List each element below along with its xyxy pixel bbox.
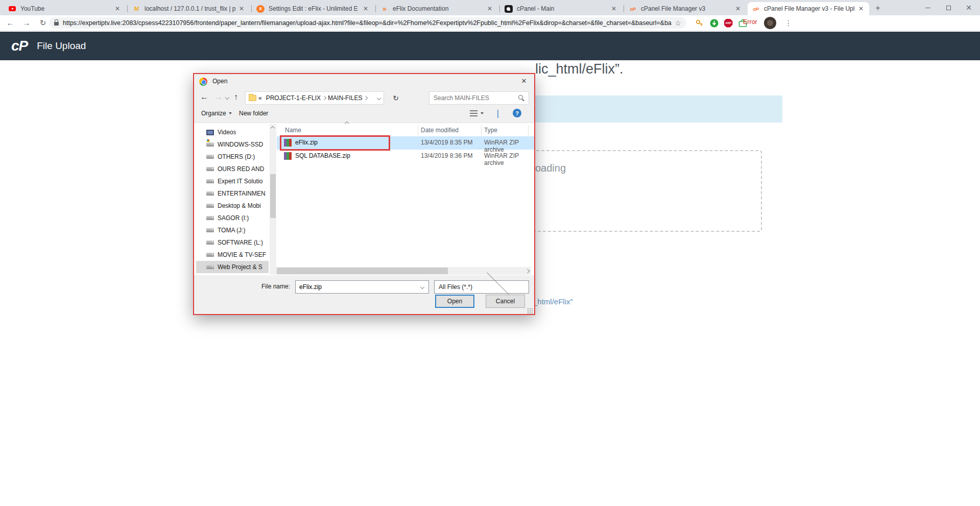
sidebar-item-sagor-i[interactable]: SAGOR (I:) (196, 212, 269, 224)
cpanel-logo: cP (11, 38, 28, 54)
back-to-directory-link-fragment[interactable]: _html/eFlix” (533, 297, 573, 306)
dialog-content: Videos WINDOWS-SSD OTHERS (D:) OURS RED … (194, 123, 534, 275)
sidebar-item-videos[interactable]: Videos (196, 126, 269, 138)
padlock-icon[interactable] (54, 22, 59, 26)
column-header-date-modified[interactable]: Date modified (421, 127, 459, 134)
column-divider[interactable] (418, 125, 418, 135)
download-manager-extension-icon[interactable] (709, 18, 719, 28)
browser-forward-button[interactable]: → (20, 17, 33, 29)
tab-close-icon[interactable]: ✕ (734, 5, 742, 13)
drive-icon (206, 167, 214, 171)
file-name-combobox[interactable] (295, 280, 429, 294)
browser-menu-icon[interactable]: ⋮ (782, 17, 795, 29)
tab-separator (624, 5, 624, 12)
tab-youtube[interactable]: YouTube ✕ (4, 2, 126, 15)
profile-avatar[interactable] (764, 17, 776, 29)
sidebar-item-desktop-mobile[interactable]: Desktop & Mobi (196, 200, 269, 212)
column-header-type[interactable]: Type (484, 127, 497, 134)
sidebar-item-movie-tv[interactable]: MOVIE & TV-SEF (196, 249, 269, 261)
file-row-sql-database-zip[interactable]: SQL DATABASE.zip 13/4/2019 8:36 PM WinRA… (277, 150, 534, 163)
browser-reload-button[interactable]: ↻ (37, 17, 49, 29)
upload-heading-fragment: lic_html/eFlix”. (535, 61, 624, 77)
bookmark-star-icon[interactable]: ☆ (675, 19, 681, 27)
window-maximize-button[interactable] (938, 0, 959, 15)
tab-separator (499, 5, 500, 12)
browser-back-button[interactable]: ← (4, 17, 16, 29)
sidebar-item-entertainment[interactable]: ENTERTAINMEN (196, 187, 269, 200)
window-close-button[interactable]: ✕ (959, 0, 979, 15)
help-button[interactable]: ? (513, 109, 521, 117)
adblock-plus-extension-icon[interactable]: ABP (723, 18, 733, 28)
scroll-up-icon[interactable] (271, 126, 275, 130)
breadcrumb-segment[interactable]: MAIN-FILES (328, 94, 362, 102)
column-divider[interactable] (528, 125, 529, 135)
dialog-title: Open (212, 78, 227, 85)
tab-close-icon[interactable]: ✕ (486, 5, 494, 13)
breadcrumb-chevron-icon[interactable] (364, 96, 368, 100)
tab-close-icon[interactable]: ✕ (362, 5, 370, 13)
winrar-archive-icon (284, 152, 292, 160)
organize-menu[interactable]: Organize (201, 110, 232, 117)
file-name-label: File name: (261, 283, 290, 290)
sidebar-scrollbar[interactable] (270, 124, 276, 274)
tab-close-icon[interactable]: ✕ (610, 5, 618, 13)
new-tab-button[interactable]: + (871, 2, 885, 15)
tab-file-upload-active[interactable]: cP cPanel File Manager v3 - File Upl ✕ (748, 2, 869, 15)
open-button[interactable]: Open (435, 295, 474, 308)
sidebar-scrollbar-thumb[interactable] (270, 174, 276, 218)
tab-phpmyadmin[interactable]: M localhost / 127.0.0.1 / trust_flix | p… (128, 2, 250, 15)
search-input[interactable] (434, 94, 518, 102)
breadcrumb-chevron-icon[interactable] (322, 96, 326, 100)
file-name-input[interactable] (296, 283, 421, 291)
column-divider[interactable] (481, 125, 482, 135)
sidebar-item-windows-ssd[interactable]: WINDOWS-SSD (196, 138, 269, 151)
tab-separator (251, 5, 252, 12)
resize-grip[interactable] (527, 308, 533, 314)
column-header-name[interactable]: Name (285, 127, 301, 134)
tab-file-manager[interactable]: cP cPanel File Manager v3 ✕ (625, 2, 746, 15)
tab-eflix-docs[interactable]: » eFlix Documentation ✕ (376, 2, 498, 15)
drive-icon (206, 216, 214, 220)
profile-error-label[interactable]: Error (743, 18, 757, 26)
tab-close-icon[interactable]: ✕ (857, 5, 865, 13)
sidebar-item-ours-red-and[interactable]: OURS RED AND (196, 163, 269, 175)
refresh-button[interactable]: ↻ (389, 91, 402, 105)
tab-cpanel-main[interactable]: cPanel - Main ✕ (500, 2, 622, 15)
dialog-close-button[interactable]: ✕ (516, 76, 532, 87)
cpanel-favicon: cP (752, 5, 760, 13)
eflix-docs-favicon: » (380, 5, 389, 13)
preview-pane-button[interactable] (497, 110, 498, 117)
nav-back-button[interactable]: ← (200, 92, 208, 102)
sidebar-item-web-project[interactable]: Web Project & S (196, 261, 269, 273)
file-type-combobox[interactable]: All Files (*.*) (434, 280, 529, 294)
url-text[interactable]: https://expertiptv.live:2083/cpsess42231… (63, 19, 672, 27)
address-bar[interactable]: https://expertiptv.live:2083/cpsess42231… (49, 17, 686, 29)
videos-folder-icon (206, 130, 214, 135)
search-box[interactable] (429, 91, 529, 105)
nav-up-button[interactable]: ↑ (234, 92, 238, 102)
cpanel-favicon: cP (629, 5, 637, 13)
file-name-dropdown-icon[interactable] (420, 285, 424, 289)
drive-icon (206, 179, 214, 183)
new-folder-button[interactable]: New folder (239, 110, 268, 117)
sidebar-item-expert-it[interactable]: Expert IT Solutio (196, 175, 269, 187)
drive-icon (206, 240, 214, 245)
address-dropdown-chevron-icon[interactable] (377, 96, 381, 100)
breadcrumb-segment[interactable]: PROJECT-1-E-FLIX (266, 94, 321, 102)
tab-settings-edit[interactable]: X Settings Edit : eFlix - Unlimited E ✕ (252, 2, 374, 15)
sidebar-item-toma-j[interactable]: TOMA (J:) (196, 224, 269, 236)
cancel-button[interactable]: Cancel (486, 295, 525, 308)
tab-close-icon[interactable]: ✕ (237, 5, 246, 13)
change-view-button[interactable] (470, 110, 484, 116)
phpmyadmin-favicon: M (132, 5, 140, 13)
search-icon[interactable] (518, 95, 524, 101)
key-extension-icon[interactable] (695, 18, 705, 28)
window-minimize-button[interactable] (918, 0, 938, 15)
windows-drive-icon (206, 142, 214, 147)
breadcrumb[interactable]: « PROJECT-1-E-FLIX MAIN-FILES (245, 91, 384, 105)
tab-close-icon[interactable]: ✕ (113, 5, 122, 13)
sidebar-item-software-l[interactable]: SOFTWARE (L:) (196, 236, 269, 249)
horizontal-scrollbar-thumb[interactable] (277, 268, 448, 274)
nav-history-chevron-icon[interactable] (225, 95, 229, 100)
sidebar-item-others-d[interactable]: OTHERS (D:) (196, 151, 269, 163)
